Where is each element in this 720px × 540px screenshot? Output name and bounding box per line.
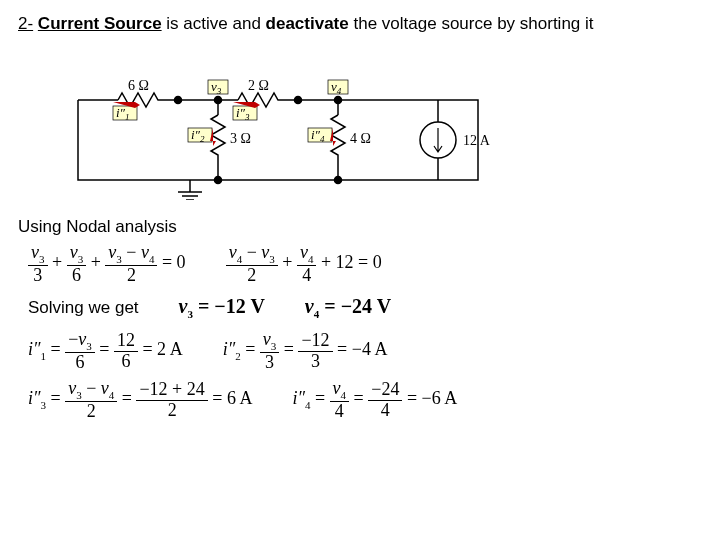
title-t2: the voltage source by shorting it — [353, 14, 593, 33]
r2-label: 2 Ω — [248, 78, 269, 93]
title-b1: Current Source — [38, 14, 162, 33]
svg-point-0 — [175, 97, 182, 104]
title-prefix: 2- — [18, 14, 33, 33]
r3-label: 3 Ω — [230, 131, 251, 146]
nodal-label: Using Nodal analysis — [18, 217, 702, 237]
r4-label: 4 Ω — [350, 131, 371, 146]
i3-i4-row: i″3 = v3 − v42 = −12 + 242 = 6 A i″4 = v… — [28, 379, 702, 421]
i1-i2-row: i″1 = −v36 = 126 = 2 A i″2 = v33 = −123 … — [28, 330, 702, 372]
svg-point-2 — [295, 97, 302, 104]
title-b2: deactivate — [266, 14, 349, 33]
r1-label: 6 Ω — [128, 78, 149, 93]
title: 2- Current Source is active and deactiva… — [18, 14, 702, 34]
svg-point-4 — [215, 177, 222, 184]
solving-row: Solving we get v3 = −12 V v4 = −24 V — [28, 295, 702, 320]
svg-point-5 — [335, 177, 342, 184]
title-t1: is active and — [166, 14, 265, 33]
circuit-diagram: i″1 i″3 i″2 i″4 v3 v4 6 Ω 2 Ω 3 Ω 4 Ω 12… — [58, 50, 518, 200]
isrc-label: 12 A — [463, 133, 491, 148]
solving-label: Solving we get — [28, 298, 139, 318]
nodal-equations: v33 + v36 + v3 − v42 = 0 v4 − v32 + v44 … — [28, 243, 702, 285]
